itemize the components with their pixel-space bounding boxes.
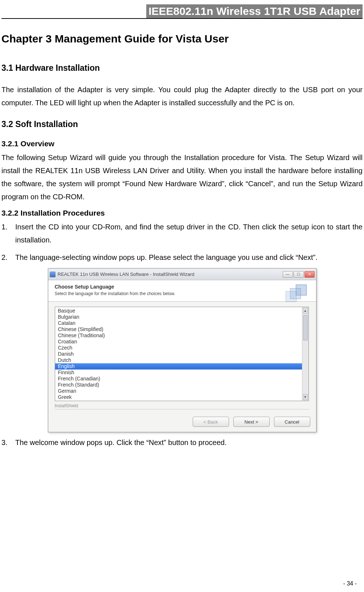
page-number: - 34 -: [343, 580, 357, 587]
language-option[interactable]: Czech: [55, 345, 308, 351]
language-option[interactable]: Chinese (Simplified): [55, 326, 308, 332]
scroll-up-icon[interactable]: ▲: [303, 308, 308, 314]
dialog-subheading: Select the language for the installation…: [55, 291, 310, 296]
section-3-2-1-title: 3.2.1 Overview: [1, 139, 363, 148]
step-text: Insert the CD into your CD-Rom, and find…: [15, 223, 363, 244]
language-option[interactable]: Croatian: [55, 339, 308, 345]
step-number: 1.: [1, 220, 8, 233]
language-listbox[interactable]: BasqueBulgarianCatalanChinese (Simplifie…: [55, 307, 309, 401]
step-number: 2.: [1, 251, 8, 264]
section-3-2-2-title: 3.2.2 Installation Procedures: [1, 209, 363, 217]
app-icon: [50, 271, 56, 277]
header-underline: [1, 18, 363, 19]
back-button[interactable]: < Back: [193, 417, 229, 427]
minimize-button[interactable]: —: [283, 271, 293, 278]
section-3-2-1-body: The following Setup Wizard will guide yo…: [1, 151, 363, 203]
installshield-label: InstallShield: [55, 403, 78, 408]
language-option[interactable]: French (Canadian): [55, 376, 308, 382]
dialog-heading: Choose Setup Language: [55, 284, 310, 290]
language-option[interactable]: Dutch: [55, 357, 308, 363]
step-text: The language-selecting window pops up. P…: [15, 253, 318, 261]
section-3-1-title: 3.1 Hardware Installation: [1, 63, 363, 73]
list-item: 2.The language-selecting window pops up.…: [1, 251, 363, 264]
installation-steps: 1.Insert the CD into your CD-Rom, and fi…: [1, 220, 363, 264]
dialog-titlebar: REALTEK 11n USB Wireless LAN Software - …: [48, 269, 316, 280]
step-number: 3.: [1, 436, 8, 449]
dialog-body: BasqueBulgarianCatalanChinese (Simplifie…: [48, 302, 316, 413]
section-3-1-body: The installation of the Adapter is very …: [1, 83, 363, 109]
language-option[interactable]: French (Standard): [55, 382, 308, 388]
installshield-label-row: InstallShield: [55, 401, 310, 410]
dialog-footer: < Back Next > Cancel: [48, 413, 316, 432]
chapter-title: Chapter 3 Management Guide for Vista Use…: [1, 33, 363, 45]
language-option[interactable]: English: [55, 363, 308, 370]
section-3-2-title: 3.2 Soft Installation: [1, 119, 363, 129]
scroll-thumb[interactable]: [303, 315, 308, 340]
language-option[interactable]: Chinese (Traditional): [55, 332, 308, 339]
cancel-button[interactable]: Cancel: [274, 417, 310, 427]
dialog-title: REALTEK 11n USB Wireless LAN Software - …: [58, 271, 195, 277]
language-option[interactable]: Catalan: [55, 320, 308, 326]
titlebar-left: REALTEK 11n USB Wireless LAN Software - …: [50, 271, 195, 277]
scrollbar[interactable]: ▲ ▼: [302, 307, 308, 401]
dialog-header: Choose Setup Language Select the languag…: [48, 280, 316, 302]
language-option[interactable]: Basque: [55, 308, 308, 314]
step-text: The welcome window pops up. Click the “N…: [15, 438, 227, 446]
close-button[interactable]: ✕: [304, 271, 315, 278]
screenshot-dialog-wrapper: REALTEK 11n USB Wireless LAN Software - …: [1, 268, 363, 432]
list-item: 3.The welcome window pops up. Click the …: [1, 436, 363, 449]
scroll-down-icon[interactable]: ▼: [303, 394, 308, 400]
installation-steps-cont: 3.The welcome window pops up. Click the …: [1, 436, 363, 449]
language-option[interactable]: German: [55, 388, 308, 394]
page-content: Chapter 3 Management Guide for Vista Use…: [1, 25, 363, 453]
maximize-button[interactable]: ☐: [294, 271, 304, 278]
document-header-banner: IEEE802.11n Wireless 1T1R USB Adapter: [146, 4, 363, 19]
language-option[interactable]: Bulgarian: [55, 314, 308, 320]
installshield-dialog: REALTEK 11n USB Wireless LAN Software - …: [48, 268, 316, 432]
next-button[interactable]: Next >: [233, 417, 270, 427]
language-option[interactable]: Greek: [55, 394, 308, 400]
window-controls: — ☐ ✕: [283, 271, 315, 278]
header-graphic: [286, 283, 312, 301]
language-option[interactable]: Danish: [55, 351, 308, 357]
language-option[interactable]: Finnish: [55, 370, 308, 376]
list-item: 1.Insert the CD into your CD-Rom, and fi…: [1, 220, 363, 246]
